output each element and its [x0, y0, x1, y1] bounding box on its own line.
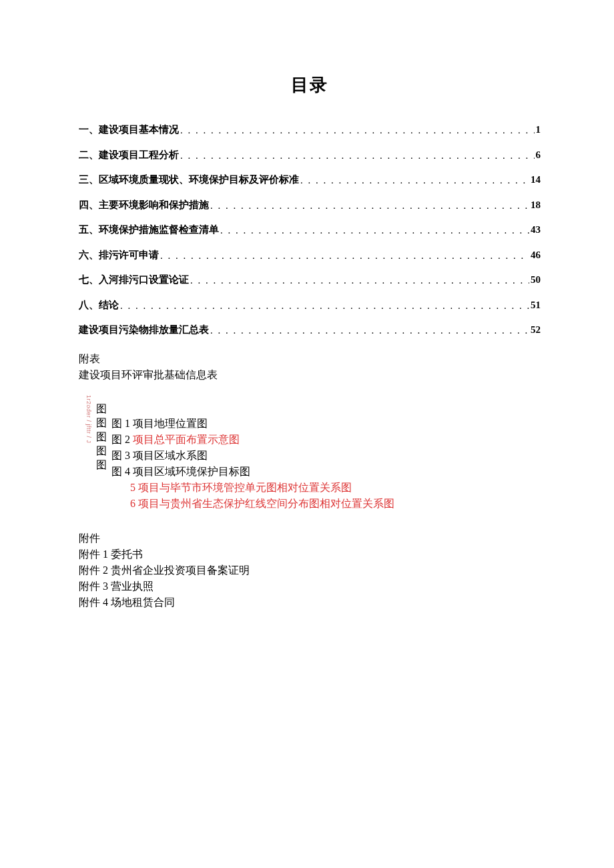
futu-text: 项目与贵州省生态保护红线空间分布图相对位置关系图 — [138, 498, 394, 509]
fubiao-item: 建设项目环评审批基础信息表 — [79, 367, 541, 383]
futu-prefix: 图 1 — [111, 418, 133, 429]
toc-entry: 七、入河排污口设置论证 50 — [79, 274, 541, 286]
futu-item: 5 项目与毕节市环境管控单元图相对位置关系图 — [111, 480, 541, 496]
futu-item: 图 3 项目区域水系图 — [111, 448, 541, 464]
futu-item: 6 项目与贵州省生态保护红线空间分布图相对位置关系图 — [111, 496, 541, 512]
futu-char: 图 — [96, 416, 107, 430]
page-title: 目录 — [79, 73, 541, 97]
futu-text: 项目总平面布置示意图 — [133, 434, 240, 445]
toc-entry: 建设项目污染物排放量汇总表 52 — [79, 324, 541, 336]
futu-char: 图 — [96, 402, 107, 416]
toc-page-num: 6 — [536, 149, 541, 161]
toc-entry: 三、区域环境质量现状、环境保护目标及评价标准 14 — [79, 173, 541, 186]
toc-leader — [160, 250, 529, 262]
futu-char: 图 — [96, 444, 107, 458]
toc-leader — [210, 325, 529, 336]
toc-entry: 六、排污许可申请 46 — [79, 249, 541, 262]
fujian-item: 附件 1 委托书 — [79, 546, 541, 562]
toc-leader — [180, 150, 535, 161]
futu-item: 图 2 项目总平面布置示意图 — [111, 432, 541, 448]
toc-entry: 二、建设项目工程分析 6 — [79, 149, 541, 161]
toc-label: 一、建设项目基本情况 — [79, 123, 179, 136]
fujian-heading: 附件 — [79, 530, 541, 546]
futu-vertical-label: 图 图 图 图 图 — [96, 402, 107, 472]
toc-page-num: 52 — [531, 324, 541, 336]
toc-entry: 一、建设项目基本情况 1 — [79, 123, 541, 136]
toc-label: 五、环境保护措施监督检查清单 — [79, 224, 219, 236]
toc-entry: 四、主要环境影响和保护措施 18 — [79, 199, 541, 211]
futu-text: 项目地理位置图 — [133, 418, 208, 429]
toc-entry: 五、环境保护措施监督检查清单 43 — [79, 224, 541, 236]
toc-page-num: 50 — [531, 274, 541, 286]
fujian-item: 附件 3 营业执照 — [79, 578, 541, 594]
toc-leader — [220, 225, 529, 236]
toc-page-num: 43 — [531, 224, 541, 236]
toc-entry: 八、结论 51 — [79, 299, 541, 312]
toc-label: 四、主要环境影响和保护措施 — [79, 199, 209, 211]
table-of-contents: 一、建设项目基本情况 1 二、建设项目工程分析 6 三、区域环境质量现状、环境保… — [79, 123, 541, 336]
toc-label: 三、区域环境质量现状、环境保护目标及评价标准 — [79, 173, 299, 186]
fubiao-section: 附表 建设项目环评审批基础信息表 — [79, 351, 541, 383]
toc-page-num: 1 — [536, 124, 541, 135]
toc-leader — [190, 275, 529, 286]
fujian-item: 附件 2 贵州省企业投资项目备案证明 — [79, 562, 541, 578]
futu-prefix: 6 — [130, 498, 138, 509]
fujian-section: 附件 附件 1 委托书 附件 2 贵州省企业投资项目备案证明 附件 3 营业执照… — [79, 530, 541, 610]
futu-section: 图 图 图 图 图 图 1 项目地理位置图 图 2 项目总平面布置示意图 图 3… — [79, 402, 541, 512]
futu-char: 图 — [96, 430, 107, 444]
toc-leader — [210, 200, 529, 211]
fubiao-heading: 附表 — [79, 351, 541, 367]
toc-page-num: 51 — [531, 300, 541, 311]
futu-item: 图 1 项目地理位置图 — [111, 416, 541, 432]
toc-leader — [120, 300, 529, 312]
fujian-item: 附件 4 场地租赁合同 — [79, 594, 541, 610]
futu-text: 项目区域环境保护目标图 — [133, 466, 250, 477]
document-page: 目录 一、建设项目基本情况 1 二、建设项目工程分析 6 三、区域环境质量现状、… — [0, 0, 614, 610]
toc-page-num: 18 — [531, 199, 541, 211]
toc-label: 八、结论 — [79, 299, 119, 312]
toc-label: 二、建设项目工程分析 — [79, 149, 179, 161]
futu-prefix: 5 — [130, 482, 138, 493]
futu-prefix: 图 4 — [111, 466, 133, 477]
toc-label: 六、排污许可申请 — [79, 249, 159, 262]
toc-page-num: 46 — [531, 250, 541, 261]
toc-leader — [300, 175, 529, 186]
watermark-text: 1r2oder / jfttr / J — [85, 395, 92, 444]
futu-text: 项目与毕节市环境管控单元图相对位置关系图 — [138, 482, 352, 493]
futu-prefix: 图 3 — [111, 450, 133, 461]
toc-label: 七、入河排污口设置论证 — [79, 274, 189, 286]
toc-page-num: 14 — [531, 174, 541, 185]
toc-leader — [180, 125, 535, 136]
futu-list: 图 1 项目地理位置图 图 2 项目总平面布置示意图 图 3 项目区域水系图 图… — [96, 402, 541, 512]
futu-char: 图 — [96, 458, 107, 472]
futu-prefix: 图 2 — [111, 434, 133, 445]
toc-label: 建设项目污染物排放量汇总表 — [79, 324, 209, 336]
futu-text: 项目区域水系图 — [133, 450, 208, 461]
futu-item: 图 4 项目区域环境保护目标图 — [111, 464, 541, 480]
